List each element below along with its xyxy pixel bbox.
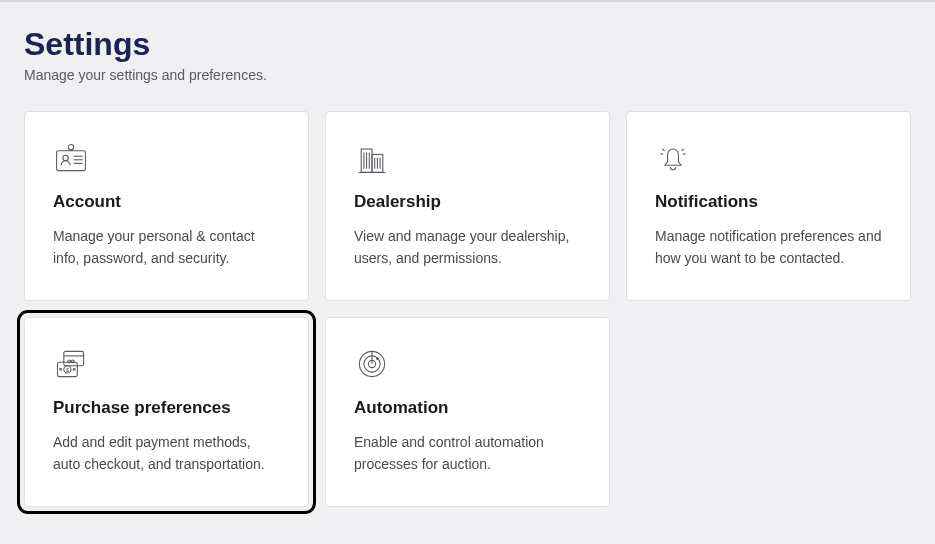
card-description: Add and edit payment methods, auto check… — [53, 432, 280, 475]
card-automation[interactable]: Automation Enable and control automation… — [325, 317, 610, 507]
card-title: Automation — [354, 398, 581, 418]
card-purchase-preferences[interactable]: $ Purchase preferences Add and edit paym… — [24, 317, 309, 507]
svg-point-27 — [60, 369, 62, 371]
card-description: Manage notification preferences and how … — [655, 226, 882, 269]
card-notifications[interactable]: Notifications Manage notification prefer… — [626, 111, 911, 301]
settings-container: Settings Manage your settings and prefer… — [0, 2, 935, 531]
card-description: Manage your personal & contact info, pas… — [53, 226, 280, 269]
svg-point-1 — [63, 155, 68, 160]
svg-text:$: $ — [66, 367, 69, 373]
page-subtitle: Manage your settings and preferences. — [24, 67, 911, 83]
buildings-icon — [354, 140, 390, 176]
id-badge-icon — [53, 140, 89, 176]
card-account[interactable]: Account Manage your personal & contact i… — [24, 111, 309, 301]
svg-rect-0 — [57, 151, 86, 171]
svg-line-17 — [662, 149, 664, 151]
page-header: Settings Manage your settings and prefer… — [24, 26, 911, 83]
card-description: Enable and control automation processes … — [354, 432, 581, 475]
svg-line-16 — [660, 154, 663, 155]
svg-line-18 — [683, 154, 686, 155]
svg-line-19 — [682, 149, 684, 151]
settings-cards-grid: Account Manage your personal & contact i… — [24, 111, 911, 507]
page-title: Settings — [24, 26, 911, 63]
card-title: Account — [53, 192, 280, 212]
svg-rect-20 — [64, 351, 84, 365]
bell-icon — [655, 140, 691, 176]
svg-point-33 — [376, 357, 379, 360]
payment-icon: $ — [53, 346, 89, 382]
card-title: Dealership — [354, 192, 581, 212]
card-dealership[interactable]: Dealership View and manage your dealersh… — [325, 111, 610, 301]
svg-point-28 — [73, 369, 75, 371]
card-description: View and manage your dealership, users, … — [354, 226, 581, 269]
card-title: Notifications — [655, 192, 882, 212]
svg-point-5 — [68, 145, 73, 150]
radar-icon — [354, 346, 390, 382]
card-title: Purchase preferences — [53, 398, 280, 418]
